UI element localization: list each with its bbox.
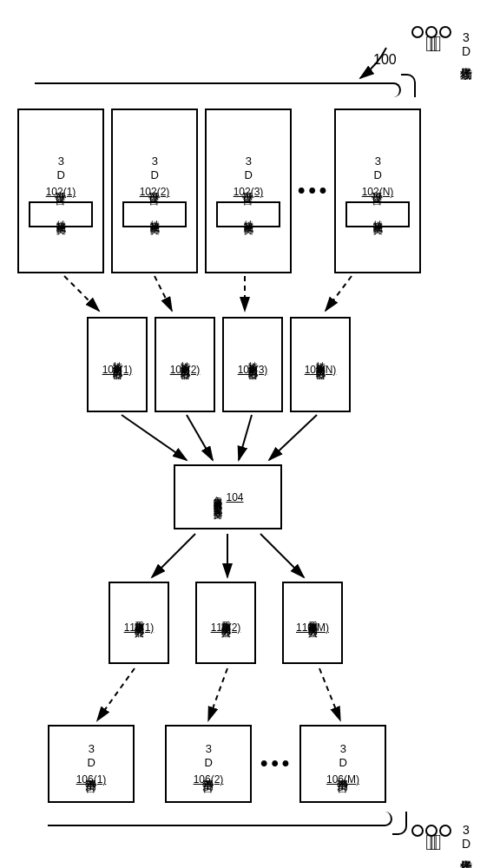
consumer-platform-2: 3D消费平台 106(2) — [165, 725, 252, 803]
file-box-3: 特定格式的文件 — [216, 201, 281, 227]
design-platform-ref: 102(N) — [362, 186, 394, 198]
design-platform-title: 3D设计平台 — [371, 155, 385, 186]
design-platform-ref: 102(1) — [46, 186, 76, 198]
importer-ref: 110(2) — [211, 621, 241, 634]
consumer-title: 3D消费平台 — [336, 742, 350, 773]
importer-ref: 110(M) — [296, 621, 329, 634]
importer-ref: 110(1) — [124, 621, 155, 634]
scene-file-title: 包含中间格式的数据的平台无关的场景文件 — [212, 489, 222, 505]
file-label: 特定格式的文件 — [242, 213, 253, 219]
consumer-title: 3D消费平台 — [201, 742, 215, 773]
consumer-ref: 106(2) — [194, 773, 224, 786]
exporter-n: 转换为中间格式的导出器 108(N) — [290, 317, 351, 412]
design-platform-2: 3D设计平台 102(2) 特定格式的文件 — [111, 108, 198, 273]
exporter-title: 转换为中间格式的导出器 — [179, 354, 190, 364]
scene-file-ref: 104 — [226, 491, 243, 503]
file-box-n: 特定格式的文件 — [345, 201, 411, 227]
exporter-2: 转换为中间格式的导出器 108(2) — [155, 317, 215, 412]
file-label: 特定格式的文件 — [372, 213, 383, 219]
bottom-bracket-tail — [392, 812, 407, 835]
bottom-actors-label: 3D场景作者 — [458, 823, 474, 851]
file-box-2: 特定格式的文件 — [122, 201, 188, 227]
top-bracket — [35, 82, 401, 97]
exporter-ref: 108(N) — [305, 364, 337, 376]
design-platform-n: 3D设计平台 102(N) 特定格式的文件 — [334, 108, 421, 273]
exporter-ref: 108(2) — [170, 364, 201, 376]
bottom-actors-icon: 𓀟𓀟𓀟 — [411, 825, 452, 851]
file-box-1: 特定格式的文件 — [29, 201, 94, 227]
importer-1: 重新构建场景的导入器 110(1) — [109, 582, 169, 664]
design-platform-title: 3D设计平台 — [241, 155, 255, 186]
consumer-platform-1: 3D消费平台 106(1) — [48, 725, 135, 803]
importer-title: 重新构建场景的导入器 — [220, 613, 231, 621]
design-platform-ref: 102(3) — [234, 186, 264, 198]
figure-reference: 100 — [373, 52, 397, 68]
importer-2: 重新构建场景的导入器 110(2) — [195, 582, 256, 664]
bottom-bracket — [48, 812, 392, 826]
exporter-title: 转换为中间格式的导出器 — [314, 354, 326, 364]
consumer-ref: 106(1) — [76, 773, 107, 786]
design-platform-title: 3D设计平台 — [54, 155, 68, 186]
top-actors-label: 3D场景作者 — [458, 30, 474, 58]
importer-title: 重新构建场景的导入器 — [133, 613, 144, 621]
top-bracket-tail — [401, 74, 416, 97]
top-actors-icon: 𓀟𓀟𓀟 — [411, 26, 452, 52]
ellipsis-icon: ••• — [260, 751, 293, 775]
file-label: 特定格式的文件 — [55, 213, 66, 219]
consumer-title: 3D消费平台 — [84, 742, 98, 773]
design-platform-3: 3D设计平台 102(3) 特定格式的文件 — [205, 108, 292, 273]
exporter-ref: 108(1) — [102, 364, 133, 376]
importer-title: 重新构建场景的导入器 — [306, 613, 318, 621]
ellipsis-icon: ••• — [298, 178, 330, 202]
exporter-title: 转换为中间格式的导出器 — [111, 354, 122, 364]
file-label: 特定格式的文件 — [148, 213, 160, 219]
importer-m: 重新构建场景的导入器 110(M) — [282, 582, 343, 664]
design-platform-title: 3D设计平台 — [148, 155, 161, 186]
exporter-3: 转换为中间格式的导出器 108(3) — [222, 317, 283, 412]
exporter-1: 转换为中间格式的导出器 108(1) — [87, 317, 148, 412]
design-platform-1: 3D设计平台 102(1) 特定格式的文件 — [17, 108, 104, 273]
exporter-ref: 108(3) — [238, 364, 268, 376]
design-platform-ref: 102(2) — [140, 186, 170, 198]
consumer-ref: 106(M) — [326, 773, 359, 786]
exporter-title: 转换为中间格式的导出器 — [247, 354, 258, 364]
scene-file: 包含中间格式的数据的平台无关的场景文件 104 — [174, 464, 282, 529]
consumer-platform-m: 3D消费平台 106(M) — [299, 725, 386, 803]
